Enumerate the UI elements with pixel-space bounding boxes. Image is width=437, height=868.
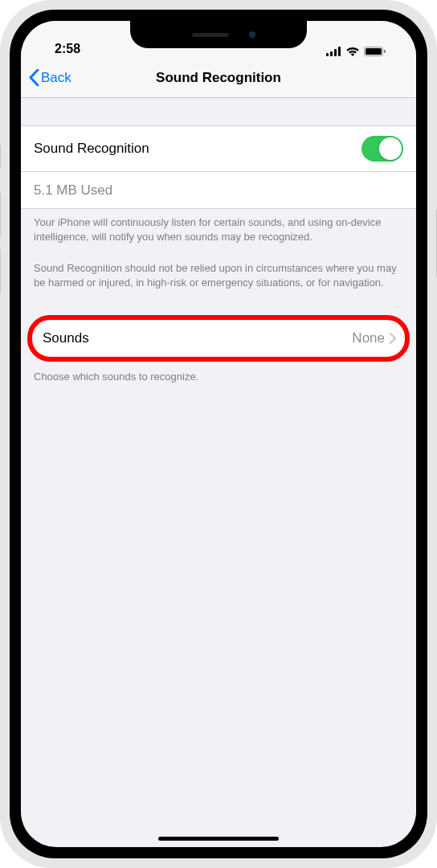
nav-bar: Back Sound Recognition [21, 58, 416, 98]
description-2: Sound Recognition should not be relied u… [21, 255, 416, 289]
back-label: Back [41, 70, 71, 86]
sounds-hint: Choose which sounds to recognize. [21, 362, 416, 384]
sounds-row[interactable]: Sounds None [33, 321, 404, 356]
svg-rect-3 [338, 47, 341, 56]
cellular-signal-icon [326, 47, 341, 56]
content: Sound Recognition 5.1 MB Used Your iPhon… [21, 98, 416, 847]
wifi-icon [345, 47, 360, 56]
svg-rect-5 [366, 48, 382, 55]
svg-rect-6 [384, 50, 386, 53]
notch [130, 21, 307, 48]
volume-down-button [0, 249, 1, 293]
screen: 2:58 [21, 21, 416, 847]
page-title: Sound Recognition [21, 70, 416, 86]
home-indicator[interactable] [158, 837, 279, 841]
volume-up-button [0, 193, 1, 237]
sounds-label: Sounds [43, 330, 352, 346]
status-icons [326, 47, 394, 56]
battery-icon [364, 47, 386, 56]
sounds-value: None [352, 330, 385, 346]
annotation-highlight: Sounds None [27, 315, 410, 362]
mute-switch [0, 145, 1, 169]
back-button[interactable]: Back [21, 69, 71, 86]
description-1: Your iPhone will continuously listen for… [21, 209, 416, 244]
front-camera [249, 31, 255, 38]
status-time: 2:58 [43, 42, 80, 56]
chevron-right-icon [390, 333, 396, 344]
storage-row: 5.1 MB Used [21, 172, 416, 209]
chevron-back-icon [29, 69, 39, 86]
toggle-knob [379, 137, 402, 160]
storage-used-label: 5.1 MB Used [34, 182, 112, 199]
speaker-grille [192, 33, 229, 37]
phone-bezel: 2:58 [10, 10, 427, 858]
sound-recognition-toggle[interactable] [361, 136, 403, 162]
svg-rect-1 [330, 51, 333, 56]
svg-rect-2 [334, 49, 337, 56]
sound-recognition-row: Sound Recognition [21, 125, 416, 172]
svg-rect-0 [326, 53, 329, 56]
sound-recognition-label: Sound Recognition [34, 141, 149, 157]
phone-frame: 2:58 [0, 0, 437, 868]
